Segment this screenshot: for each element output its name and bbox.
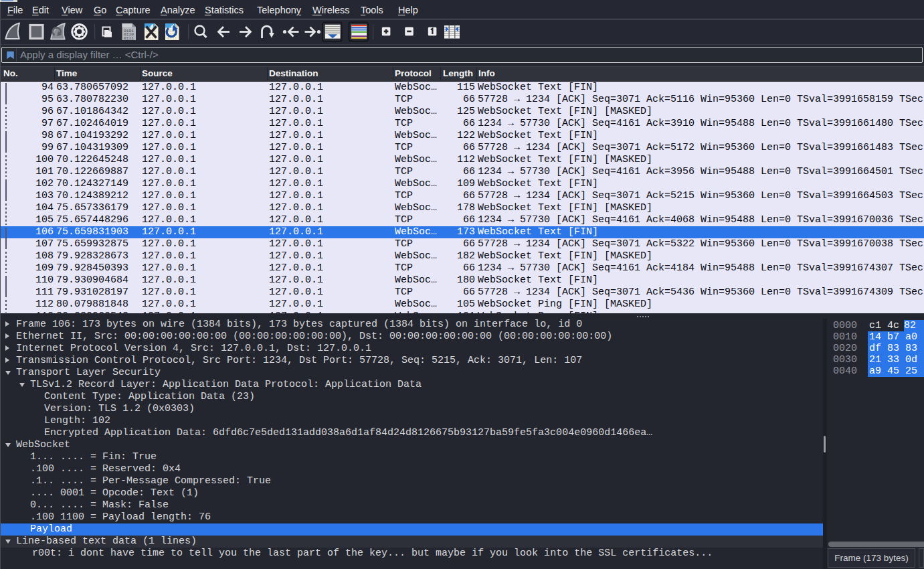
svg-text:0111: 0111 — [124, 36, 134, 41]
